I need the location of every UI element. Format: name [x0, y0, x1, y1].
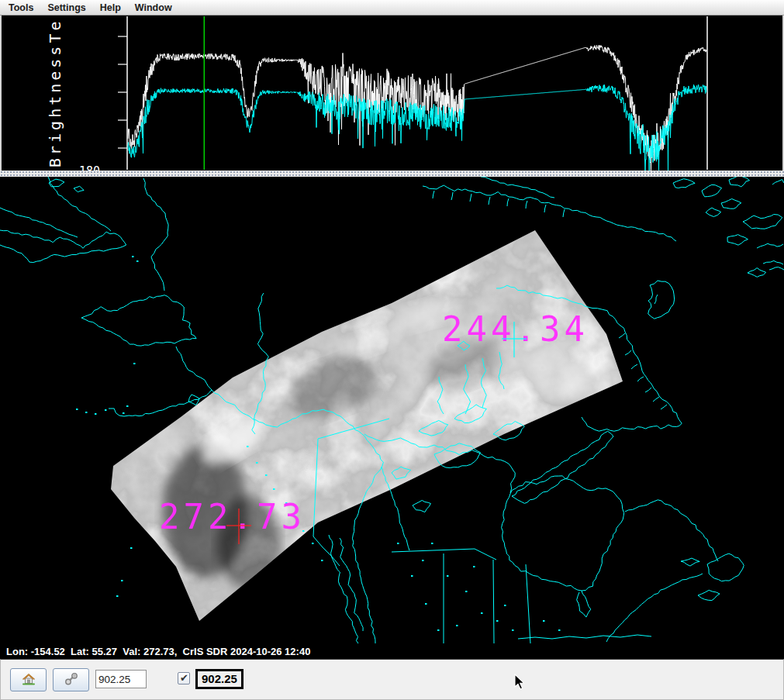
map-speck [321, 560, 323, 561]
spectrum-y-axis-label: BrightnessTe [46, 19, 64, 168]
coastline-bc-islands-b [340, 538, 363, 631]
coastline-wrangel-island [49, 179, 64, 187]
coastline-top-hatch-1 [433, 191, 434, 198]
coastline-baffin-island [512, 431, 613, 503]
menu-bar: Tools Settings Help Window [0, 0, 784, 16]
spectrum-panel[interactable]: BrightnessTe180 [0, 16, 784, 171]
coastline-top-hatch-5 [507, 198, 509, 206]
coastline-james-bay [577, 591, 591, 617]
coastline-norton-coast [176, 347, 212, 390]
map-speck [256, 462, 258, 464]
probe-enable-checkbox[interactable] [178, 672, 190, 684]
coastline-gulf-st-lawrence [651, 574, 703, 597]
coastline-siberia-top [48, 177, 111, 231]
coastline-svalbard-6 [757, 243, 783, 248]
coastline-svalbard-4 [743, 215, 782, 229]
coastline-svalbard-7 [763, 260, 783, 264]
coastline-hudson-bay [502, 476, 624, 591]
probe-value-label-2: 272.73 [159, 497, 306, 536]
coastline-svalbard-5 [727, 235, 748, 246]
map-speck [481, 612, 483, 614]
map-speck [130, 547, 133, 549]
coastline-svalbard-11 [748, 268, 766, 278]
y-tick-label-180: 180 [79, 164, 100, 171]
coastline-svalbard-2 [729, 177, 750, 187]
map-speck [496, 620, 499, 622]
chain-link-icon [64, 672, 79, 688]
coastline-round-island-fjord [654, 295, 658, 304]
coastline-island-a [74, 186, 84, 191]
coastline-svalbard-10 [706, 208, 721, 217]
map-speck [133, 363, 136, 364]
border-sask-manitoba-border [493, 560, 494, 643]
map-speck [431, 543, 433, 544]
map-speck [447, 575, 449, 577]
coastline-right-edge-island [772, 180, 784, 184]
map-speck [504, 605, 506, 606]
spectrum-plot[interactable]: BrightnessTe180 [2, 16, 782, 171]
coastline-greenland-fjord-2 [625, 350, 631, 355]
coastline-svalbard-9 [673, 179, 695, 188]
map-speck [116, 595, 119, 597]
link-probe-button[interactable] [53, 668, 89, 691]
map-speck [121, 580, 123, 581]
coastline-greenland-fjord-6 [653, 397, 659, 402]
border-us-canada-border [518, 635, 651, 639]
map-speck [465, 591, 468, 592]
coastline-st-lawrence-river [606, 597, 651, 642]
map-speck [136, 260, 139, 262]
status-bar: Lon: -154.52 Lat: 55.27 Val: 272.73, CrI… [0, 645, 784, 659]
coastline-round-island [648, 281, 675, 319]
home-reset-view-button[interactable] [10, 668, 47, 691]
coastline-greenland-fjord-7 [661, 405, 667, 409]
map-speck [247, 446, 249, 447]
map-panel[interactable]: 244.34272.73 [0, 177, 784, 645]
map-speck [558, 629, 561, 631]
coastline-anticosti [681, 558, 699, 566]
coastline-svalbard-1 [702, 184, 722, 196]
map-speck [456, 625, 458, 626]
menu-settings[interactable]: Settings [40, 2, 92, 13]
menu-window[interactable]: Window [128, 2, 179, 13]
probe-value-label-1: 244.34 [442, 309, 589, 349]
coastline-greenland-fjord-3 [631, 364, 637, 369]
map-speck [425, 603, 427, 605]
wavenumber-input[interactable] [95, 670, 147, 688]
coastline-svalbard-3 [721, 198, 741, 209]
border-manitoba-ontario-border [526, 564, 530, 643]
coastline-nova-scotia [698, 590, 720, 600]
map-speck [422, 560, 424, 561]
satellite-swath-image[interactable] [111, 230, 623, 621]
coastline-newfoundland [707, 553, 744, 581]
coastline-top-hatch-8 [563, 209, 565, 217]
coastline-top-hatch-3 [470, 194, 471, 202]
coastline-top-hatch-4 [489, 197, 490, 205]
coastline-greenland-fjord-1 [619, 333, 625, 338]
map-speck [132, 256, 134, 257]
coastline-alaska-nw-coast [143, 178, 168, 291]
map-speck [105, 409, 107, 411]
map-speck [95, 413, 97, 415]
map-view[interactable]: 244.34272.73 [0, 177, 784, 645]
coastline-greenland-fjord-4 [637, 377, 644, 381]
map-speck [473, 566, 475, 567]
coastline-labrador-coast [625, 500, 718, 561]
probe-wavenumber-label: 902.25 [195, 669, 243, 689]
map-speck [512, 629, 514, 631]
map-speck [397, 543, 399, 544]
map-speck [543, 620, 545, 622]
coastline-seward-peninsula [81, 295, 196, 346]
bottom-toolbar: 902.25 [0, 659, 784, 700]
coastline-bc-islands-a [329, 535, 358, 643]
coastline-top-hatch-7 [544, 205, 546, 212]
map-speck [273, 488, 275, 490]
home-icon [21, 672, 36, 688]
border-panhandle-border [313, 536, 340, 566]
menu-help[interactable]: Help [93, 2, 128, 13]
menu-tools[interactable]: Tools [2, 2, 40, 13]
map-speck [437, 629, 440, 631]
map-speck [312, 543, 314, 544]
panel-splitter-handle[interactable] [0, 171, 784, 177]
coastline-svalbard-8 [769, 267, 784, 270]
map-speck [411, 575, 413, 577]
